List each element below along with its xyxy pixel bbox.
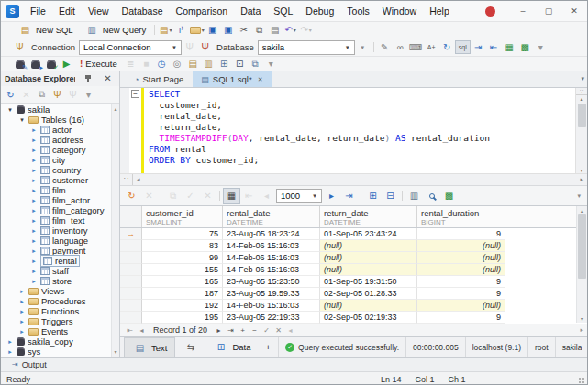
code-line[interactable]: rental_date, bbox=[149, 111, 575, 122]
code-line[interactable]: ORDER BY customer_id; bbox=[149, 155, 575, 166]
menu-file[interactable]: File bbox=[24, 1, 52, 21]
row-header[interactable] bbox=[120, 264, 142, 276]
expand-icon[interactable]: ▸ bbox=[30, 177, 38, 184]
database-overflow-icon[interactable]: ▾ bbox=[355, 40, 371, 54]
tab-start-page[interactable]: ◔ Start Page bbox=[126, 72, 192, 87]
cell-rental_duration[interactable]: (null) bbox=[417, 300, 505, 312]
save-all-icon[interactable]: ▣ bbox=[220, 23, 236, 37]
card-view-icon[interactable]: ⊟ bbox=[382, 188, 399, 204]
code-line[interactable]: FROM rental bbox=[149, 144, 575, 155]
cell-rental_date[interactable]: 14-Feb-06 15:16:03 bbox=[223, 240, 320, 252]
indent-icon[interactable]: ⇥ bbox=[471, 40, 486, 54]
last-record-icon[interactable]: ⇥ bbox=[225, 324, 237, 336]
close-icon[interactable]: ✕ bbox=[258, 76, 263, 83]
menu-window[interactable]: Window bbox=[376, 1, 423, 21]
cell-customer_id[interactable]: 75 bbox=[142, 228, 223, 240]
next-page-icon[interactable]: ▸ bbox=[323, 188, 340, 204]
expand-icon[interactable]: ▸ bbox=[30, 187, 38, 194]
generate-script-icon[interactable]: ▸ bbox=[28, 57, 43, 71]
cell-rental_date[interactable]: 23-Aug-05 18:23:24 bbox=[223, 228, 320, 240]
results-layout-icon[interactable]: ⊞ bbox=[216, 57, 232, 71]
cell-rental_duration[interactable]: 9 bbox=[417, 228, 505, 240]
menu-comparison[interactable]: Comparison bbox=[170, 1, 235, 21]
sql-doc-icon[interactable]: ▤ bbox=[132, 341, 148, 355]
swap-view-button[interactable]: ⇆ bbox=[175, 337, 205, 357]
expand-icon[interactable]: ▸ bbox=[30, 197, 38, 204]
paginal-mode-icon[interactable]: ▦ bbox=[223, 188, 240, 204]
new-connection-icon[interactable]: Ψ bbox=[12, 40, 28, 54]
last-page-icon[interactable]: ⇥ bbox=[340, 188, 358, 204]
cell-rental_date[interactable]: 23-Aug-05 22:19:33 bbox=[223, 312, 320, 324]
column-header-rental_duration[interactable]: rental_durationBIGINT bbox=[417, 206, 505, 227]
expand-icon[interactable]: ▸ bbox=[30, 126, 38, 134]
expand-icon[interactable]: ▸ bbox=[30, 137, 38, 144]
row-header[interactable] bbox=[120, 312, 142, 324]
recent-files-icon[interactable]: ↱ bbox=[173, 23, 189, 37]
tree-item-film-category[interactable]: ▸film_category bbox=[1, 205, 119, 215]
cell-return_date[interactable]: 02-Sep-05 01:28:33 bbox=[320, 288, 417, 300]
expand-icon[interactable]: ▸ bbox=[30, 207, 38, 214]
format-sql-icon[interactable]: sql bbox=[455, 40, 471, 54]
menu-tools[interactable]: Tools bbox=[340, 1, 376, 21]
cell-return_date[interactable]: 02-Sep-05 02:19:33 bbox=[320, 312, 417, 324]
cell-return_date[interactable]: (null) bbox=[320, 252, 417, 264]
cell-customer_id[interactable]: 187 bbox=[142, 288, 223, 300]
overflow-icon[interactable]: ▾ bbox=[81, 88, 96, 102]
delete-record-icon[interactable]: − bbox=[249, 324, 261, 336]
splitter-handle[interactable]: ⸪ bbox=[576, 88, 587, 95]
tree-item-events[interactable]: ▸Events bbox=[1, 326, 119, 336]
expand-icon[interactable]: ▸ bbox=[30, 227, 38, 235]
code-line[interactable]: SELECT bbox=[149, 89, 575, 100]
save-icon[interactable]: ▣ bbox=[205, 23, 220, 37]
grid-icon[interactable]: ⊞ bbox=[213, 340, 228, 354]
tree-item-tables-16-[interactable]: ▾Tables (16) bbox=[1, 115, 119, 125]
undo-icon[interactable]: ↶▾ bbox=[283, 23, 298, 37]
grid-vscrollbar[interactable]: ▴ ▾ bbox=[576, 206, 587, 323]
row-header[interactable] bbox=[120, 252, 142, 264]
query-history-icon[interactable]: ◷ bbox=[154, 57, 170, 71]
row-header[interactable] bbox=[120, 276, 142, 288]
tree-item-language[interactable]: ▸language bbox=[1, 236, 119, 246]
next-record-icon[interactable]: ▸ bbox=[213, 324, 225, 336]
new-sql-button[interactable]: ▤ New SQL bbox=[12, 23, 79, 37]
expand-icon[interactable]: ▸ bbox=[30, 157, 38, 164]
row-header[interactable] bbox=[120, 240, 142, 252]
cell-rental_duration[interactable]: (null) bbox=[417, 264, 505, 276]
append-record-icon[interactable]: + bbox=[237, 324, 249, 336]
close-icon[interactable]: ✕ bbox=[100, 72, 116, 85]
code-line[interactable]: return_date, bbox=[149, 122, 575, 133]
resize-grip[interactable] bbox=[578, 377, 585, 384]
cancel-edit-icon[interactable]: ✕ bbox=[272, 324, 284, 336]
refresh-suggestions-icon[interactable]: ↻ bbox=[439, 40, 455, 54]
expand-icon[interactable]: ▸ bbox=[18, 308, 26, 315]
menu-help[interactable]: Help bbox=[423, 1, 456, 21]
tree-item-procedures[interactable]: ▸Procedures bbox=[1, 296, 119, 306]
expand-icon[interactable]: ▸ bbox=[18, 318, 26, 325]
row-header[interactable] bbox=[120, 300, 142, 312]
full-screen-icon[interactable]: ⊡ bbox=[232, 57, 248, 71]
expand-icon[interactable]: ▸ bbox=[30, 278, 38, 285]
menu-debug[interactable]: Debug bbox=[299, 1, 340, 21]
cell-return_date[interactable]: (null) bbox=[320, 300, 417, 312]
row-header[interactable] bbox=[120, 288, 142, 300]
cell-customer_id[interactable]: 99 bbox=[142, 252, 223, 264]
column-header-return_date[interactable]: return_dateDATETIME bbox=[320, 206, 417, 227]
expand-icon[interactable]: ▸ bbox=[30, 268, 38, 275]
expand-icon[interactable]: ▸ bbox=[30, 147, 38, 154]
cell-return_date[interactable]: (null) bbox=[320, 240, 417, 252]
column-picker-icon[interactable]: ▥ bbox=[405, 188, 423, 204]
column-header-customer_id[interactable]: customer_idSMALLINT bbox=[142, 206, 223, 227]
expand-icon[interactable]: ▸ bbox=[30, 217, 38, 225]
tab-text[interactable]: ▤ Text bbox=[124, 337, 175, 357]
cell-rental_date[interactable]: 14-Feb-06 15:16:03 bbox=[223, 300, 320, 312]
pin-icon[interactable] bbox=[80, 72, 95, 85]
disconnect-icon[interactable]: Ψ bbox=[197, 40, 213, 54]
tab-data[interactable]: ⊞ Data bbox=[205, 337, 258, 357]
tree-item-city[interactable]: ▸city bbox=[1, 155, 119, 165]
tree-item-rental[interactable]: ▸rental bbox=[1, 256, 119, 266]
post-edit-icon[interactable]: ✓ bbox=[261, 324, 272, 336]
tree-item-store[interactable]: ▸store bbox=[1, 276, 119, 286]
swap-panes-icon[interactable]: ⇆ bbox=[183, 340, 198, 354]
query-profiler-icon[interactable]: ◎ bbox=[170, 57, 185, 71]
sql-editor[interactable]: − SELECT customer_id, rental_date, retur… bbox=[120, 87, 587, 173]
